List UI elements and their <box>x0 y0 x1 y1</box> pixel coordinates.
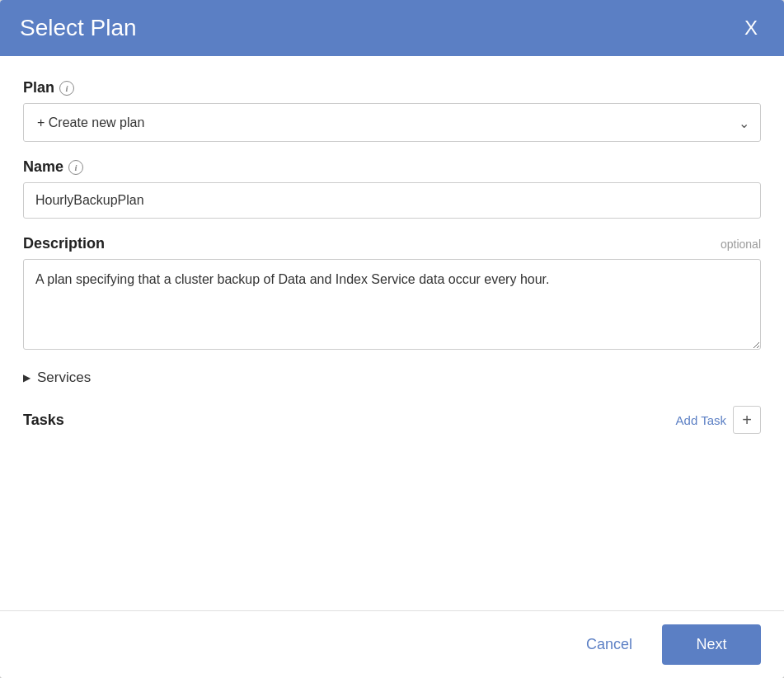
plan-info-icon: i <box>59 81 74 96</box>
dialog-footer: Cancel Next <box>0 610 784 678</box>
add-task-button[interactable]: + <box>733 406 761 434</box>
next-button[interactable]: Next <box>662 624 761 665</box>
dialog-header: Select Plan X <box>0 0 784 56</box>
dialog-body: Plan i + Create new plan ⌄ Name i Descri… <box>0 56 784 610</box>
plan-label: Plan i <box>23 79 761 97</box>
services-label: Services <box>37 370 91 386</box>
tasks-section: Tasks Add Task + <box>23 406 761 434</box>
cancel-button[interactable]: Cancel <box>573 629 646 660</box>
services-expand-icon: ▶ <box>23 372 31 384</box>
description-label: Description <box>23 235 105 252</box>
add-task-link[interactable]: Add Task <box>676 413 726 427</box>
select-plan-dialog: Select Plan X Plan i + Create new plan ⌄… <box>0 0 784 678</box>
services-section[interactable]: ▶ Services <box>23 366 761 389</box>
name-field-group: Name i <box>23 158 761 219</box>
name-info-icon: i <box>68 160 83 175</box>
name-input[interactable] <box>23 182 761 219</box>
plan-select[interactable]: + Create new plan <box>23 103 761 142</box>
description-textarea[interactable]: A plan specifying that a cluster backup … <box>23 259 761 350</box>
plan-field-group: Plan i + Create new plan ⌄ <box>23 79 761 142</box>
close-button[interactable]: X <box>738 15 764 41</box>
add-task-group: Add Task + <box>676 406 761 434</box>
name-label: Name i <box>23 158 761 176</box>
tasks-label: Tasks <box>23 412 64 429</box>
plan-select-wrapper: + Create new plan ⌄ <box>23 103 761 142</box>
body-spacer <box>23 450 761 594</box>
dialog-title: Select Plan <box>20 15 137 41</box>
description-header: Description optional <box>23 235 761 252</box>
optional-label: optional <box>721 238 761 251</box>
description-field-group: Description optional A plan specifying t… <box>23 235 761 350</box>
tasks-header: Tasks Add Task + <box>23 406 761 434</box>
